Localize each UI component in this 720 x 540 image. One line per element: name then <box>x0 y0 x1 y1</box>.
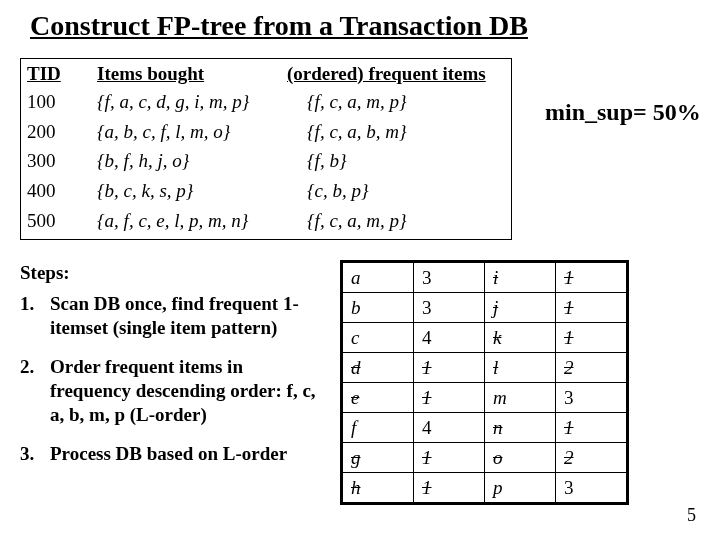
freq-count: 3 <box>414 293 485 323</box>
page-number: 5 <box>687 505 696 526</box>
freq-row: h1p3 <box>342 473 628 504</box>
freq-item: i <box>485 262 556 293</box>
db-cell-ord: {c, b, p} <box>307 178 505 204</box>
step-item: 3. Process DB based on L-order <box>20 442 320 466</box>
db-row: 200 {a, b, c, f, l, m, o} {f, c, a, b, m… <box>27 119 505 145</box>
db-cell-ord: {f, c, a, b, m} <box>307 119 505 145</box>
step-text: Process DB based on L-order <box>50 442 320 466</box>
db-col-ordered: (ordered) frequent items <box>287 63 505 85</box>
step-item: 2. Order frequent items in frequency des… <box>20 355 320 428</box>
db-row: 100 {f, a, c, d, g, i, m, p} {f, c, a, m… <box>27 89 505 115</box>
freq-item: e <box>342 383 414 413</box>
slide-title: Construct FP-tree from a Transaction DB <box>30 10 528 42</box>
transaction-db-box: TID Items bought (ordered) frequent item… <box>20 58 512 240</box>
freq-row: g1o2 <box>342 443 628 473</box>
freq-count: 1 <box>556 293 628 323</box>
db-row: 300 {b, f, h, j, o} {f, b} <box>27 148 505 174</box>
freq-item: h <box>342 473 414 504</box>
freq-count: 1 <box>414 383 485 413</box>
freq-item: l <box>485 353 556 383</box>
db-cell-ord: {f, c, a, m, p} <box>307 89 505 115</box>
steps-list: 1. Scan DB once, find frequent 1-itemset… <box>20 292 320 480</box>
freq-item: k <box>485 323 556 353</box>
freq-row: d1l2 <box>342 353 628 383</box>
db-cell-items: {f, a, c, d, g, i, m, p} <box>97 89 307 115</box>
db-cell-items: {a, b, c, f, l, m, o} <box>97 119 307 145</box>
db-cell-tid: 100 <box>27 89 97 115</box>
slide: Construct FP-tree from a Transaction DB … <box>0 0 720 540</box>
db-row: 500 {a, f, c, e, l, p, m, n} {f, c, a, m… <box>27 208 505 234</box>
freq-count: 1 <box>556 413 628 443</box>
db-cell-tid: 500 <box>27 208 97 234</box>
freq-count: 3 <box>414 262 485 293</box>
step-item: 1. Scan DB once, find frequent 1-itemset… <box>20 292 320 341</box>
freq-count: 1 <box>556 262 628 293</box>
freq-item: a <box>342 262 414 293</box>
db-cell-ord: {f, b} <box>307 148 505 174</box>
freq-row: c4k1 <box>342 323 628 353</box>
freq-item: j <box>485 293 556 323</box>
db-cell-tid: 200 <box>27 119 97 145</box>
freq-item: f <box>342 413 414 443</box>
freq-count: 1 <box>414 443 485 473</box>
step-number: 1. <box>20 292 50 341</box>
db-col-tid: TID <box>27 63 97 85</box>
db-cell-ord: {f, c, a, m, p} <box>307 208 505 234</box>
db-cell-tid: 300 <box>27 148 97 174</box>
db-header: TID Items bought (ordered) frequent item… <box>27 63 505 85</box>
freq-item: o <box>485 443 556 473</box>
freq-item: d <box>342 353 414 383</box>
db-cell-items: {b, c, k, s, p} <box>97 178 307 204</box>
min-sup-label: min_sup= 50% <box>545 100 701 125</box>
freq-item: n <box>485 413 556 443</box>
freq-count: 1 <box>556 323 628 353</box>
db-col-items: Items bought <box>97 63 287 85</box>
freq-row: a3i1 <box>342 262 628 293</box>
freq-row: b3j1 <box>342 293 628 323</box>
step-number: 2. <box>20 355 50 428</box>
db-cell-tid: 400 <box>27 178 97 204</box>
frequency-table: a3i1b3j1c4k1d1l2e1m3f4n1g1o2h1p3 <box>340 260 629 505</box>
freq-item: p <box>485 473 556 504</box>
freq-count: 2 <box>556 443 628 473</box>
freq-row: f4n1 <box>342 413 628 443</box>
freq-count: 2 <box>556 353 628 383</box>
freq-count: 3 <box>556 383 628 413</box>
db-row: 400 {b, c, k, s, p} {c, b, p} <box>27 178 505 204</box>
freq-row: e1m3 <box>342 383 628 413</box>
step-text: Scan DB once, find frequent 1-itemset (s… <box>50 292 320 341</box>
freq-count: 1 <box>414 353 485 383</box>
steps-heading: Steps: <box>20 262 70 284</box>
freq-item: g <box>342 443 414 473</box>
step-number: 3. <box>20 442 50 466</box>
freq-count: 4 <box>414 413 485 443</box>
step-text: Order frequent items in frequency descen… <box>50 355 320 428</box>
freq-item: m <box>485 383 556 413</box>
db-cell-items: {a, f, c, e, l, p, m, n} <box>97 208 307 234</box>
freq-item: c <box>342 323 414 353</box>
freq-count: 3 <box>556 473 628 504</box>
db-cell-items: {b, f, h, j, o} <box>97 148 307 174</box>
freq-count: 4 <box>414 323 485 353</box>
freq-count: 1 <box>414 473 485 504</box>
freq-item: b <box>342 293 414 323</box>
